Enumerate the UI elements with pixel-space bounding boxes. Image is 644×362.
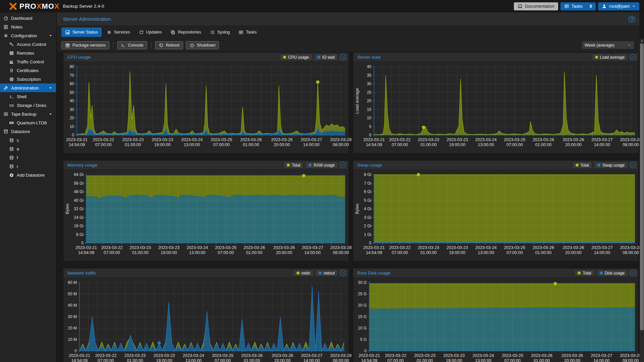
sidebar-item-administration[interactable]: Administration <box>0 83 56 92</box>
y-tick-label: 50 <box>70 90 74 95</box>
legend-dot-icon <box>597 164 600 167</box>
refresh-icon <box>139 30 144 35</box>
chart-legend: Load average <box>592 54 638 61</box>
legend-io-wait[interactable]: IO wait <box>314 54 338 61</box>
x-tick-time: 14:00:00 <box>303 142 320 147</box>
console-button[interactable]: Console <box>117 41 147 49</box>
chevron-down-icon <box>628 43 631 47</box>
sidebar-item-subscription[interactable]: Subscription <box>0 75 56 83</box>
y-axis-title: Load average <box>355 88 360 114</box>
x-tick-time: 19:00:00 <box>449 142 466 147</box>
help-icon[interactable]: ? <box>629 16 635 22</box>
vertical-scrollbar[interactable]: ▲ <box>640 39 644 362</box>
documentation-button[interactable]: Documentation <box>514 2 558 10</box>
sidebar-nav: DashboardNotesConfigurationAccess Contro… <box>0 12 56 362</box>
user-label: root@pam <box>609 4 630 9</box>
tab-repositories[interactable]: Repositories <box>167 27 205 37</box>
sidebar-item-e[interactable]: e <box>0 144 56 153</box>
legend-total[interactable]: Total <box>574 269 594 277</box>
data-point-marker[interactable] <box>553 282 557 285</box>
toolbar-separator <box>113 42 113 48</box>
legend-total[interactable]: Total <box>283 162 304 169</box>
documentation-label: Documentation <box>525 4 554 9</box>
tab-tasks[interactable]: Tasks <box>235 27 260 37</box>
toolbar: Package versionsConsoleRebootShutdownWee… <box>57 39 639 52</box>
y-tick-label: 0 <box>81 241 84 245</box>
caret-down-icon[interactable] <box>49 34 52 38</box>
tasks-button[interactable]: Tasks 0 <box>560 2 596 10</box>
y-tick-label: 40 <box>367 64 372 69</box>
shutdown-button[interactable]: Shutdown <box>186 41 219 49</box>
sidebar-item-dashboard[interactable]: Dashboard <box>0 14 56 22</box>
collapse-chart-icon[interactable] <box>340 162 346 168</box>
sidebar-item-f[interactable]: f <box>0 153 56 162</box>
legend-netout[interactable]: netout <box>315 269 338 277</box>
legend-netin[interactable]: netin <box>293 269 314 277</box>
time-range-select[interactable]: Week (average) <box>582 41 634 49</box>
collapse-chart-icon[interactable] <box>340 54 346 60</box>
sidebar-item-traffic-control[interactable]: Traffic Control <box>0 57 56 66</box>
caret-down-icon[interactable] <box>49 112 52 116</box>
scrollbar-thumb[interactable] <box>640 44 644 330</box>
x-tick-date: 2023-03-21 <box>363 245 385 250</box>
sidebar-item-c[interactable]: c <box>0 136 56 144</box>
legend-ram-usage[interactable]: RAM usage <box>305 162 338 169</box>
sidebar-item-r[interactable]: r <box>0 162 56 171</box>
sidebar-item-add-datastore[interactable]: Add Datastore <box>0 171 56 179</box>
x-tick-date: 2023-03-25 <box>504 137 525 142</box>
x-tick-date: 2023-03-26 <box>244 245 265 250</box>
sidebar-item-configuration[interactable]: Configuration <box>0 31 56 40</box>
x-tick-date: 2023-03-23 <box>443 353 465 358</box>
tab-services[interactable]: Services <box>103 27 134 37</box>
tab-updates[interactable]: Updates <box>135 27 166 37</box>
collapse-chart-icon[interactable] <box>340 270 346 276</box>
sidebar-item-label: Dashboard <box>11 16 33 21</box>
tape-icon <box>3 112 8 117</box>
sidebar-item-tape-backup[interactable]: Tape Backup <box>0 110 56 118</box>
caret-down-icon[interactable] <box>49 86 52 90</box>
sidebar-item-quantum-lto8[interactable]: Quantum-LTO8 <box>0 118 56 127</box>
sidebar-item-access-control[interactable]: Access Control <box>0 40 56 49</box>
legend-load-average[interactable]: Load average <box>592 54 628 61</box>
y-tick-label: 10 M <box>68 337 77 342</box>
gears-icon <box>107 30 112 35</box>
copy-icon <box>170 30 175 35</box>
user-menu-button[interactable]: root@pam <box>598 2 639 10</box>
panel-cpu: CPU usageCPU usageIO wait807060504030201… <box>63 52 349 154</box>
data-point-marker[interactable] <box>158 341 161 345</box>
legend-label: netin <box>302 271 310 276</box>
legend-total[interactable]: Total <box>572 162 592 169</box>
data-point-marker[interactable] <box>422 126 425 129</box>
x-tick-date: 2023-03-21 <box>359 353 380 358</box>
sidebar-item-remotes[interactable]: Remotes <box>0 49 56 57</box>
data-point-marker[interactable] <box>316 80 319 84</box>
sidebar-item-notes[interactable]: Notes <box>0 22 56 31</box>
collapse-chart-icon[interactable] <box>630 54 636 60</box>
legend-disk-usage[interactable]: Disk usage <box>596 269 628 277</box>
user-icon <box>602 4 607 9</box>
legend-cpu-usage[interactable]: CPU usage <box>280 54 312 61</box>
data-point-marker[interactable] <box>417 173 420 176</box>
tab-server-status[interactable]: Server Status <box>61 27 102 37</box>
tab-label: Updates <box>146 30 162 35</box>
sidebar-item-label: Subscription <box>17 77 41 82</box>
legend-swap-usage[interactable]: Swap usage <box>594 162 628 169</box>
tab-bar: Server StatusServicesUpdatesRepositories… <box>57 26 639 39</box>
sidebar-item-storage-disks[interactable]: Storage / Disks <box>0 101 56 110</box>
sidebar-item-datastore[interactable]: Datastore <box>0 127 56 136</box>
sidebar-item-certificates[interactable]: Certificates <box>0 66 56 75</box>
list-alt-icon <box>564 4 569 9</box>
collapse-chart-icon[interactable] <box>630 270 636 276</box>
tab-syslog[interactable]: Syslog <box>206 27 234 37</box>
legend-label: Load average <box>600 55 625 60</box>
x-tick-date: 2023-03-24 <box>473 353 494 358</box>
package-versions-button[interactable]: Package versions <box>61 41 109 49</box>
y-tick-label: 4 Gi <box>364 206 371 211</box>
x-tick-time: 13:00:00 <box>184 142 200 147</box>
reboot-button[interactable]: Reboot <box>155 41 183 49</box>
x-tick-time: 07:00:00 <box>95 142 112 147</box>
collapse-chart-icon[interactable] <box>630 162 636 168</box>
scroll-up-arrow[interactable]: ▲ <box>640 39 644 43</box>
sidebar-item-shell[interactable]: Shell <box>0 92 56 101</box>
data-point-marker[interactable] <box>302 174 306 177</box>
